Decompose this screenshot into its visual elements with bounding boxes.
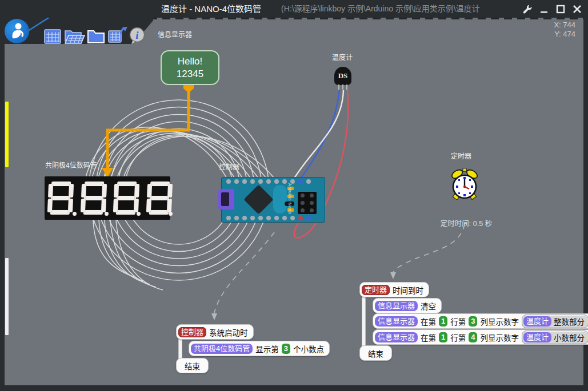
sensor-leg xyxy=(346,84,347,90)
block-text: 清空 xyxy=(421,300,436,312)
arduino-nano-board[interactable]: Arduino Nano xyxy=(222,178,325,222)
info-display-label: 信息显示器 xyxy=(158,29,192,39)
number-pill[interactable]: 3 xyxy=(282,344,290,354)
icsp-header xyxy=(298,192,317,214)
component-pill[interactable]: 温度计 xyxy=(523,316,551,326)
window-controls xyxy=(521,0,583,18)
block-text: 显示第 xyxy=(255,343,279,354)
block-text: 时间到时 xyxy=(393,284,423,296)
alarm-clock-icon[interactable] xyxy=(449,168,480,203)
startup-header-block[interactable]: 控制器 系统启动时 xyxy=(176,324,254,340)
timer-event-header-block[interactable]: 定时器 时间到时 xyxy=(359,282,429,297)
block-end[interactable]: 结束 xyxy=(176,358,209,373)
screen-line-2: 12345 xyxy=(162,68,218,80)
number-pill[interactable]: 1 xyxy=(439,332,447,342)
block-end[interactable]: 结束 xyxy=(359,345,392,361)
info-display-component[interactable]: Hello! 12345 xyxy=(161,50,219,85)
wrench-icon[interactable] xyxy=(521,3,534,15)
expression-box[interactable]: 温度计 整数部分 xyxy=(522,315,588,328)
statement-block[interactable]: 共阴极4位数码管 显示第 3 个小数点 xyxy=(189,341,330,356)
cursor-coords-readout: X: 744 Y: 474 xyxy=(554,21,575,39)
thermometer-component[interactable]: DS xyxy=(334,67,351,86)
pin-row-bottom xyxy=(226,216,311,220)
screen-line-1: Hello! xyxy=(162,56,218,67)
block-text: 在第 xyxy=(421,332,436,343)
document-title: 温度计 - NANO-4位数码管 xyxy=(161,0,261,18)
seg-digit xyxy=(146,182,173,215)
export-grid-icon[interactable] xyxy=(107,26,128,45)
number-pill[interactable]: 3 xyxy=(469,316,477,326)
usb-connector xyxy=(218,189,234,209)
seven-segment-display[interactable] xyxy=(45,176,170,220)
open-project-icon[interactable] xyxy=(64,27,86,45)
seg-dot xyxy=(105,212,109,216)
pin-row-top xyxy=(226,179,311,184)
statement-block[interactable]: 信息显示器 在第 1 行第 3 列显示数字 温度计 整数部分 xyxy=(373,313,588,329)
block-text: 行第 xyxy=(450,316,466,327)
overview-marker-white[interactable] xyxy=(5,258,9,335)
folder-icon[interactable] xyxy=(87,27,105,45)
block-bracket xyxy=(362,288,366,352)
linkboy-logo[interactable] xyxy=(5,19,29,43)
grid-document-icon[interactable] xyxy=(43,27,62,45)
statement-block[interactable]: 信息显示器 在第 1 行第 4 列显示数字 温度计 小数部分 xyxy=(373,329,588,345)
svg-text:i: i xyxy=(135,29,139,41)
pcb-oval xyxy=(273,185,287,213)
cursor-y: Y: 474 xyxy=(554,30,575,39)
expression-box[interactable]: 温度计 小数部分 xyxy=(522,330,588,344)
overview-marker-yellow[interactable] xyxy=(5,102,9,167)
block-text: 整数部分 xyxy=(554,316,585,327)
block-text: 结束 xyxy=(185,360,200,372)
seg-digit xyxy=(80,182,107,215)
sensor-leg xyxy=(342,84,343,90)
document-path: (H:\源程序\linkboy 示例\Arduino 示例\应用类示例\温度计 xyxy=(281,0,480,18)
block-text: 列显示数字 xyxy=(480,332,519,343)
block-text: 结束 xyxy=(368,348,383,359)
component-pill[interactable]: 共阴极4位数码管 xyxy=(191,344,253,354)
linkboy-window: X: 744 Y: 474 信息显示器 Hello! 12345 温度计 DS … xyxy=(0,0,588,391)
seg-dot xyxy=(137,212,141,216)
seg-display-label: 共阴极4位数码管 xyxy=(45,160,97,170)
component-pill[interactable]: 信息显示器 xyxy=(375,332,418,342)
maximize-icon[interactable] xyxy=(554,3,567,15)
ds18b20-chip: DS xyxy=(334,67,351,85)
sensor-leg xyxy=(338,84,339,90)
block-text: 行第 xyxy=(450,332,466,343)
component-pill[interactable]: 信息显示器 xyxy=(375,301,418,311)
baby-figure-icon xyxy=(5,19,29,43)
component-pill[interactable]: 温度计 xyxy=(523,332,551,342)
cursor-x: X: 744 xyxy=(554,21,575,30)
statement-block[interactable]: 信息显示器 清空 xyxy=(373,298,442,313)
thermometer-label: 温度计 xyxy=(332,52,353,62)
info-balloon-icon[interactable]: i xyxy=(128,27,146,45)
block-text: 列显示数字 xyxy=(480,316,519,327)
timer-interval-setting[interactable]: 定时时间: 0.5 秒 xyxy=(432,217,501,228)
number-pill[interactable]: 1 xyxy=(439,316,447,326)
seg-digit xyxy=(47,182,74,215)
seg-dot xyxy=(73,212,77,216)
minimize-icon[interactable] xyxy=(538,3,550,15)
timer-label: 定时器 xyxy=(451,151,471,160)
board-silkscreen-text: Arduino Nano xyxy=(288,183,292,215)
block-text: 系统启动时 xyxy=(209,326,248,338)
number-pill[interactable]: 4 xyxy=(469,332,477,342)
controller-label: 控制器 xyxy=(219,162,239,171)
seg-dot xyxy=(169,212,173,216)
block-text: 在第 xyxy=(421,316,436,327)
component-pill[interactable]: 控制器 xyxy=(178,327,206,337)
seg-digit xyxy=(113,182,140,215)
block-text: 小数部分 xyxy=(554,332,585,343)
component-pill[interactable]: 信息显示器 xyxy=(375,316,418,326)
close-icon[interactable] xyxy=(571,3,583,15)
component-pill[interactable]: 定时器 xyxy=(362,285,390,295)
block-text: 个小数点 xyxy=(293,343,324,354)
